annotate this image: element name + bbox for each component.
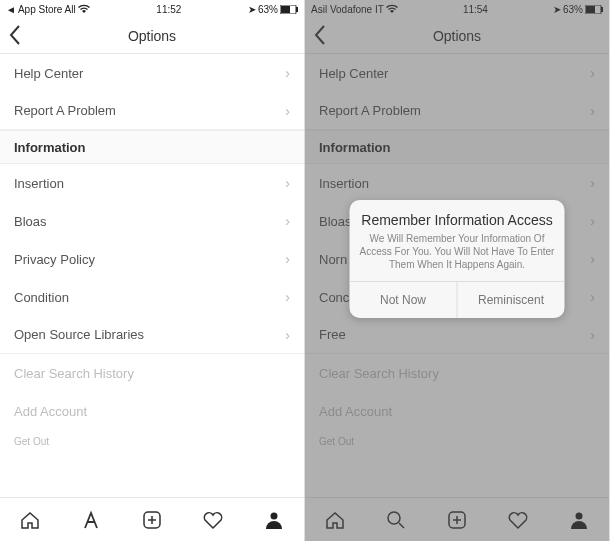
chevron-right-icon: › bbox=[285, 103, 290, 119]
location-icon: ➤ bbox=[248, 4, 256, 15]
battery-icon bbox=[280, 5, 298, 14]
row-add-account[interactable]: Add Account bbox=[0, 392, 304, 430]
row-label: Condition bbox=[14, 290, 69, 305]
remember-access-dialog: Remember Information Access We Will Reme… bbox=[350, 200, 565, 318]
row-label: Report A Problem bbox=[14, 103, 116, 118]
row-bloas[interactable]: Bloas› bbox=[0, 202, 304, 240]
tab-add[interactable] bbox=[141, 509, 163, 531]
back-square-icon: ◄ bbox=[6, 4, 16, 15]
tab-home[interactable] bbox=[19, 509, 41, 531]
row-condition[interactable]: Condition› bbox=[0, 278, 304, 316]
options-list: Help Center› Report A Problem› Informati… bbox=[0, 54, 304, 497]
section-label: Information bbox=[14, 140, 86, 155]
dialog-title: Remember Information Access bbox=[360, 212, 555, 228]
svg-point-4 bbox=[270, 512, 277, 519]
svg-rect-2 bbox=[296, 7, 298, 12]
battery-label: 63% bbox=[258, 4, 278, 15]
back-button[interactable] bbox=[8, 24, 22, 46]
chevron-right-icon: › bbox=[285, 65, 290, 81]
row-label: Get Out bbox=[14, 436, 49, 447]
clock: 11:52 bbox=[90, 4, 248, 15]
row-label: Insertion bbox=[14, 176, 64, 191]
row-privacy-policy[interactable]: Privacy Policy› bbox=[0, 240, 304, 278]
row-label: Add Account bbox=[14, 404, 87, 419]
page-title: Options bbox=[128, 28, 176, 44]
chevron-right-icon: › bbox=[285, 289, 290, 305]
dialog-reminiscent-button[interactable]: Reminiscent bbox=[458, 282, 565, 318]
chevron-right-icon: › bbox=[285, 213, 290, 229]
status-bar: ◄ App Store All 11:52 ➤ 63% bbox=[0, 0, 304, 18]
row-clear-search-history[interactable]: Clear Search History bbox=[0, 354, 304, 392]
header: Options bbox=[0, 18, 304, 54]
carrier-label: App Store All bbox=[18, 4, 76, 15]
row-get-out[interactable]: Get Out bbox=[0, 430, 304, 453]
tab-bar bbox=[0, 497, 304, 541]
section-information: Information bbox=[0, 130, 304, 164]
dialog-not-now-button[interactable]: Not Now bbox=[350, 282, 458, 318]
screen-left: ◄ App Store All 11:52 ➤ 63% Options Help… bbox=[0, 0, 305, 541]
wifi-icon bbox=[78, 4, 90, 14]
row-label: Privacy Policy bbox=[14, 252, 95, 267]
row-label: Open Source Libraries bbox=[14, 327, 144, 342]
row-insertion[interactable]: Insertion› bbox=[0, 164, 304, 202]
row-help-center[interactable]: Help Center› bbox=[0, 54, 304, 92]
tab-a[interactable] bbox=[80, 509, 102, 531]
tab-activity[interactable] bbox=[202, 509, 224, 531]
svg-rect-1 bbox=[281, 6, 290, 13]
screen-right: Asil Vodafone IT 11:54 ➤ 63% Options Hel… bbox=[305, 0, 610, 541]
tab-profile[interactable] bbox=[263, 509, 285, 531]
row-label: Help Center bbox=[14, 66, 83, 81]
chevron-right-icon: › bbox=[285, 327, 290, 343]
chevron-right-icon: › bbox=[285, 175, 290, 191]
chevron-right-icon: › bbox=[285, 251, 290, 267]
row-label: Bloas bbox=[14, 214, 47, 229]
row-open-source-libraries[interactable]: Open Source Libraries› bbox=[0, 316, 304, 354]
row-report-problem[interactable]: Report A Problem› bbox=[0, 92, 304, 130]
dialog-message: We Will Remember Your Information Of Acc… bbox=[360, 232, 555, 271]
row-label: Clear Search History bbox=[14, 366, 134, 381]
